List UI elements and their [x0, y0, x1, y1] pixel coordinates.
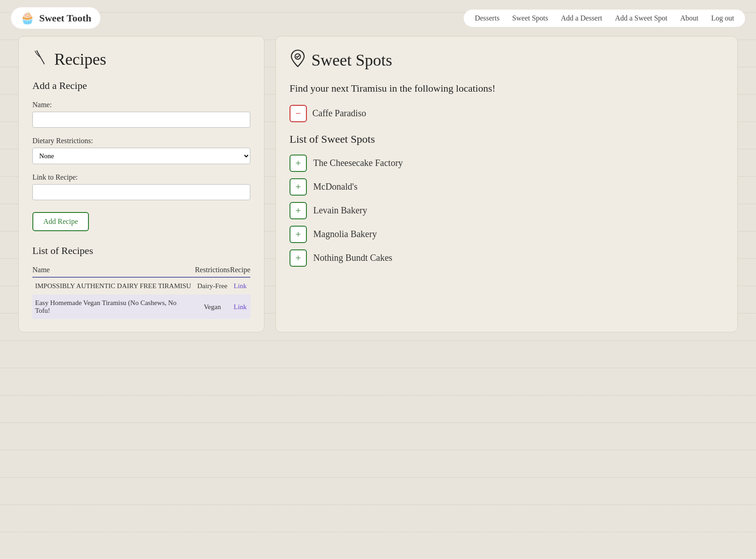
selected-spot-name: Caffe Paradiso: [312, 108, 366, 119]
list-item: +Nothing Bundt Cakes: [290, 249, 724, 267]
list-of-recipes: List of Recipes Name Restrictions Recipe…: [32, 245, 250, 319]
recipe-link[interactable]: Link: [234, 303, 247, 311]
recipe-restriction: Vegan: [195, 295, 230, 319]
recipes-header: Recipes: [32, 49, 250, 69]
table-row: IMPOSSIBLY AUTHENTIC DAIRY FREE TIRAMISU…: [32, 277, 250, 295]
name-form-group: Name:: [32, 101, 250, 128]
list-item: +Levain Bakery: [290, 202, 724, 219]
nav-link-add-sweet-spot[interactable]: Add a Sweet Spot: [615, 14, 668, 22]
brand-name: Sweet Tooth: [39, 12, 91, 24]
recipes-table: Name Restrictions Recipe IMPOSSIBLY AUTH…: [32, 266, 250, 319]
col-name: Name: [32, 266, 195, 277]
recipes-title: Recipes: [54, 50, 106, 69]
recipes-icon: [32, 49, 49, 69]
add-recipe-title: Add a Recipe: [32, 80, 250, 92]
list-item: +McDonald's: [290, 178, 724, 196]
recipe-link-cell: Link: [230, 295, 250, 319]
spot-name: McDonald's: [313, 181, 357, 192]
link-label: Link to Recipe:: [32, 173, 250, 181]
table-row: Easy Homemade Vegan Tiramisu (No Cashews…: [32, 295, 250, 319]
recipe-name: IMPOSSIBLY AUTHENTIC DAIRY FREE TIRAMISU: [32, 277, 195, 295]
remove-spot-button[interactable]: −: [290, 105, 307, 122]
name-input[interactable]: [32, 112, 250, 128]
recipe-restriction: Dairy-Free: [195, 277, 230, 295]
add-spot-button[interactable]: +: [290, 155, 307, 172]
spot-name: Nothing Bundt Cakes: [313, 253, 392, 263]
selected-spot: −Caffe Paradiso: [290, 105, 724, 122]
add-spot-button[interactable]: +: [290, 249, 307, 267]
nav-link-logout[interactable]: Log out: [711, 14, 734, 22]
add-spot-button[interactable]: +: [290, 226, 307, 243]
recipe-link[interactable]: Link: [234, 282, 247, 290]
add-spot-button[interactable]: +: [290, 178, 307, 196]
brand-icon: 🧁: [20, 11, 35, 25]
link-form-group: Link to Recipe:: [32, 173, 250, 200]
nav-link-desserts[interactable]: Desserts: [475, 14, 499, 22]
list-item: +The Cheesecake Factory: [290, 155, 724, 172]
find-text: Find your next Tiramisu in the following…: [290, 82, 724, 96]
recipes-table-header-row: Name Restrictions Recipe: [32, 266, 250, 277]
spot-name: The Cheesecake Factory: [313, 158, 403, 168]
nav-links: Desserts Sweet Spots Add a Dessert Add a…: [464, 10, 745, 27]
list-item: +Magnolia Bakery: [290, 226, 724, 243]
sweet-spots-title: Sweet Spots: [311, 51, 392, 70]
main-content: Recipes Add a Recipe Name: Dietary Restr…: [0, 36, 756, 351]
add-spot-button[interactable]: +: [290, 202, 307, 219]
nav-link-add-dessert[interactable]: Add a Dessert: [561, 14, 602, 22]
recipe-link-cell: Link: [230, 277, 250, 295]
sweet-spots-icon: [290, 49, 306, 71]
brand[interactable]: 🧁 Sweet Tooth: [11, 7, 100, 29]
spot-name: Levain Bakery: [313, 205, 367, 216]
nav-link-about[interactable]: About: [680, 14, 699, 22]
recipes-panel: Recipes Add a Recipe Name: Dietary Restr…: [18, 36, 264, 332]
nav-link-sweet-spots[interactable]: Sweet Spots: [512, 14, 548, 22]
dietary-select[interactable]: None Dairy-Free Vegan Gluten-Free Nut-Fr…: [32, 148, 250, 164]
sweet-spots-header: Sweet Spots: [290, 49, 724, 71]
sweet-spots-panel: Sweet Spots Find your next Tiramisu in t…: [275, 36, 738, 332]
link-input[interactable]: [32, 184, 250, 200]
list-recipes-title: List of Recipes: [32, 245, 250, 257]
selected-spots-container: −Caffe Paradiso: [290, 105, 724, 122]
col-restrictions: Restrictions: [195, 266, 230, 277]
recipe-name: Easy Homemade Vegan Tiramisu (No Cashews…: [32, 295, 195, 319]
dietary-label: Dietary Restrictions:: [32, 137, 250, 145]
add-recipe-button[interactable]: Add Recipe: [32, 212, 89, 231]
navbar: 🧁 Sweet Tooth Desserts Sweet Spots Add a…: [0, 0, 756, 36]
dietary-form-group: Dietary Restrictions: None Dairy-Free Ve…: [32, 137, 250, 164]
list-spots-title: List of Sweet Spots: [290, 133, 724, 145]
col-recipe: Recipe: [230, 266, 250, 277]
spot-name: Magnolia Bakery: [313, 229, 377, 239]
spots-list: +The Cheesecake Factory+McDonald's+Levai…: [290, 155, 724, 267]
name-label: Name:: [32, 101, 250, 109]
